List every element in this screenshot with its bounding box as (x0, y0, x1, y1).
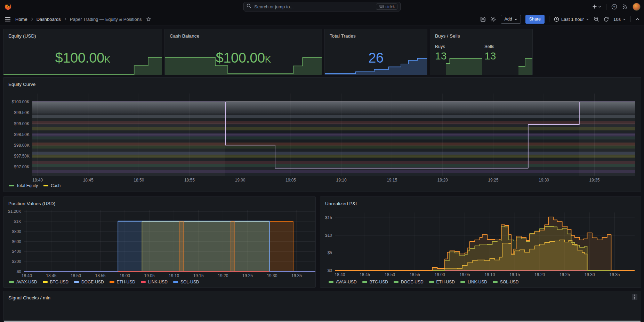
dashboard-canvas: Equity (USD) $100.00K Cash Balance $100.… (0, 25, 644, 322)
panel-equity-stat: Equity (USD) $100.00K (3, 29, 162, 75)
y-axis-tick-label: $200 (12, 259, 21, 264)
refresh-icon (604, 17, 609, 22)
add-menu-button[interactable] (592, 4, 601, 9)
legend-item-ETH-USD[interactable]: ETH-USD (110, 280, 135, 284)
chevron-down-icon (586, 18, 589, 21)
user-avatar[interactable] (633, 3, 641, 11)
breadcrumb-current: Paper Trading — Equity & Positions (70, 17, 142, 22)
x-axis-tick-label: 19:35 (291, 273, 302, 278)
buys-stat: Buys 13 (435, 44, 446, 62)
legend-swatch (9, 185, 14, 186)
buys-label: Buys (435, 44, 446, 49)
x-axis-tick-label: 18:50 (385, 272, 395, 277)
divider (549, 16, 549, 22)
gear-icon (490, 16, 496, 22)
y-axis-tick-label: $0 (17, 269, 22, 274)
x-axis-tick-label: 18:50 (71, 273, 81, 278)
panel-title[interactable]: Total Trades (330, 33, 356, 39)
topbar-actions: ? (592, 0, 641, 13)
equity-curve-chart[interactable]: $100.00K$99.50K$99.00K$98.50K$98.00K$97.… (3, 78, 641, 192)
legend-swatch (362, 281, 367, 283)
sells-label: Sells (484, 44, 496, 49)
refresh-button[interactable] (604, 17, 609, 22)
unrealized-pnl-chart[interactable]: $0$5$10$1518:4018:4518:5018:5519:0019:05… (320, 197, 641, 279)
panel-title[interactable]: Cash Balance (170, 33, 199, 39)
panel-buys-sells-stat: Buys / Sells Buys 13 Sells 13 (430, 29, 533, 75)
panel-title[interactable]: Equity (USD) (8, 33, 36, 39)
news-rss-button[interactable] (622, 4, 628, 9)
cash-value: $100.00K (165, 51, 322, 65)
panel-equity-curve: Equity Curve $100.00K$99.50K$99.00K$98.5… (3, 77, 641, 192)
grafana-logo-icon[interactable] (4, 3, 12, 10)
x-axis-tick-label: 19:05 (285, 178, 296, 183)
legend-item-AVAX-USD[interactable]: AVAX-USD (329, 280, 357, 284)
y-axis-tick-label: $99.00K (14, 121, 30, 126)
legend-label: BTC-USD (50, 280, 69, 284)
panel-menu-kebab-icon[interactable] (632, 294, 637, 300)
legend-item-AVAX-USD[interactable]: AVAX-USD (9, 280, 37, 284)
help-button[interactable]: ? (611, 4, 617, 10)
legend-swatch (493, 281, 498, 283)
keyboard-icon (379, 5, 384, 8)
sells-sparkline (518, 58, 533, 75)
save-dashboard-button[interactable] (480, 16, 486, 22)
chevron-down-icon (598, 5, 601, 8)
panel-title[interactable]: Buys / Sells (435, 33, 460, 39)
legend-item-DOGE-USD[interactable]: DOGE-USD (74, 280, 104, 284)
chevron-down-icon (623, 18, 626, 21)
y-axis-tick-label: $98.50K (14, 132, 30, 137)
legend-label: ETH-USD (436, 280, 455, 284)
zoom-out-icon (594, 16, 599, 22)
legend-item-Cash[interactable]: Cash (43, 183, 61, 188)
legend-item-Total Equity[interactable]: Total Equity (9, 183, 38, 188)
x-axis-tick-label: 19:05 (144, 273, 155, 278)
legend-label: Total Equity (16, 183, 38, 188)
plus-icon (592, 4, 597, 9)
legend-item-ETH-USD[interactable]: ETH-USD (429, 280, 455, 284)
x-axis-tick-label: 19:00 (435, 272, 445, 277)
x-axis-tick-label: 18:50 (134, 178, 144, 183)
zoom-out-time-button[interactable] (594, 16, 599, 22)
mega-menu-button[interactable] (5, 17, 11, 22)
legend-item-LINK-USD[interactable]: LINK-USD (141, 280, 168, 284)
x-axis-tick-label: 19:10 (169, 273, 179, 278)
y-axis-tick-label: $600 (12, 239, 21, 244)
dashboard-settings-button[interactable] (490, 16, 496, 22)
help-icon: ? (613, 5, 615, 8)
panel-title[interactable]: Signal Checks / min (8, 295, 50, 300)
legend-item-LINK-USD[interactable]: LINK-USD (460, 280, 487, 284)
time-range-picker[interactable]: Last 1 hour (554, 17, 589, 22)
refresh-interval-dropdown[interactable]: 10s (613, 17, 626, 22)
breadcrumb-home[interactable]: Home (15, 17, 27, 22)
legend-swatch (141, 281, 146, 283)
clock-icon (554, 17, 559, 22)
legend-item-SOL-USD[interactable]: SOL-USD (493, 280, 518, 284)
sells-stat: Sells 13 (484, 44, 496, 62)
legend-item-BTC-USD[interactable]: BTC-USD (362, 280, 388, 284)
legend-item-SOL-USD[interactable]: SOL-USD (173, 280, 199, 284)
breadcrumb-dashboards[interactable]: Dashboards (37, 17, 61, 22)
x-axis-tick-label: 19:25 (560, 272, 570, 277)
x-axis-tick-label: 19:20 (218, 273, 228, 278)
x-axis-tick-label: 19:35 (589, 178, 599, 183)
x-axis-tick-label: 19:15 (509, 272, 520, 277)
panel-position-values: Position Values (USD) $0$200$400$600$800… (3, 196, 316, 288)
search-input[interactable]: Search or jump to... ctrl+k (243, 2, 401, 11)
add-panel-button[interactable]: Add (501, 15, 521, 24)
x-axis-tick-label: 19:05 (459, 272, 470, 277)
signal-checks-content-strip (4, 321, 641, 322)
panel-cash-stat: Cash Balance $100.00K (164, 29, 322, 75)
favorite-star-button[interactable] (146, 17, 151, 22)
panel-unrealized-pnl: Unrealized P&L $0$5$10$1518:4018:4518:50… (320, 196, 641, 288)
position-values-chart[interactable]: $0$200$400$600$800$1K$1.20K18:4018:4518:… (3, 197, 316, 279)
share-button[interactable]: Share (525, 15, 545, 24)
legend-item-BTC-USD[interactable]: BTC-USD (43, 280, 69, 284)
x-axis-tick-label: 19:30 (267, 273, 277, 278)
x-axis-tick-label: 19:35 (609, 272, 620, 277)
position-values-legend: AVAX-USDBTC-USDDOGE-USDETH-USDLINK-USDSO… (9, 280, 199, 284)
collapse-toolbar-button[interactable] (635, 17, 640, 22)
legend-swatch (43, 281, 48, 283)
grafana-app: Search or jump to... ctrl+k ? (0, 0, 644, 322)
legend-item-DOGE-USD[interactable]: DOGE-USD (394, 280, 424, 284)
breadcrumb-separator-icon (31, 17, 33, 21)
